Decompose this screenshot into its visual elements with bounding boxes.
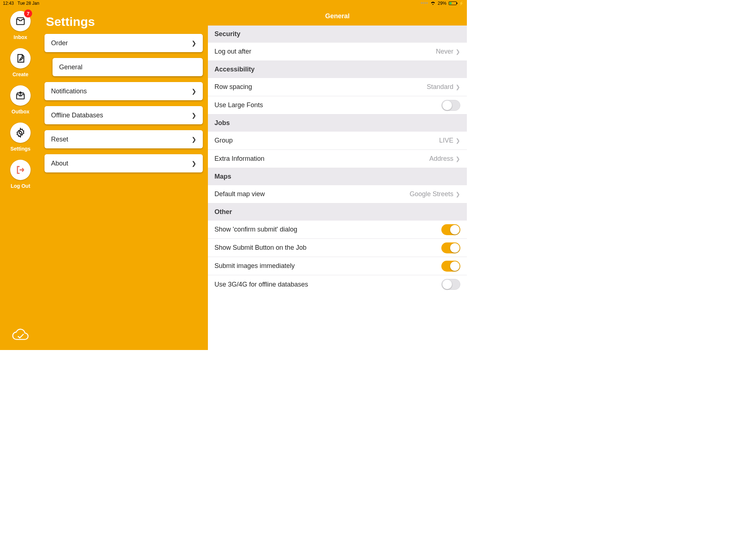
row-large-fonts: Use Large Fonts <box>208 96 467 114</box>
toggle-large-fonts[interactable] <box>441 100 460 111</box>
row-label: Row spacing <box>214 83 252 91</box>
section-security: Security <box>208 26 467 43</box>
row-value: LIVE <box>439 137 453 144</box>
row-value: Address <box>429 155 453 163</box>
gear-icon <box>15 128 26 138</box>
chevron-right-icon: ❯ <box>456 156 460 162</box>
row-use-3g4g: Use 3G/4G for offline databases <box>208 275 467 293</box>
settings-item-label: About <box>51 160 68 167</box>
outbox-icon <box>15 90 26 101</box>
section-maps: Maps <box>208 168 467 185</box>
row-label: Show 'confirm submit' dialog <box>214 226 297 233</box>
row-submit-button: Show Submit Button on the Job <box>208 239 467 257</box>
settings-title: Settings <box>46 15 203 29</box>
row-label: Group <box>214 137 233 144</box>
row-label: Submit images immediately <box>214 262 295 270</box>
signal-dots-icon: •••• <box>421 1 428 6</box>
nav-create[interactable]: Create <box>10 48 31 77</box>
battery-percent: 29% <box>438 1 446 6</box>
section-jobs: Jobs <box>208 114 467 132</box>
row-submit-images: Submit images immediately <box>208 257 467 275</box>
row-row-spacing[interactable]: Row spacing Standard❯ <box>208 78 467 96</box>
settings-item-label: General <box>59 63 82 71</box>
row-label: Use Large Fonts <box>214 101 263 109</box>
chevron-right-icon: ❯ <box>456 137 460 144</box>
cloud-sync-icon[interactable] <box>0 326 41 343</box>
row-label: Show Submit Button on the Job <box>214 244 306 252</box>
chevron-right-icon: ❯ <box>191 40 196 47</box>
detail-title: General <box>325 12 349 20</box>
status-bar: 12:43 Tue 28 Jan •••• 29% ⚡ <box>0 0 467 7</box>
row-value: Google Streets <box>410 190 453 198</box>
detail-header: General <box>208 7 467 26</box>
settings-item-label: Order <box>51 39 68 47</box>
logout-icon <box>15 165 26 175</box>
section-accessibility: Accessibility <box>208 61 467 78</box>
row-logout-after[interactable]: Log out after Never❯ <box>208 43 467 61</box>
toggle-use-3g4g[interactable] <box>441 279 460 290</box>
nav-rail: 7 Inbox Create Outbox Settings <box>0 7 41 350</box>
nav-outbox[interactable]: Outbox <box>10 85 31 114</box>
settings-item-notifications[interactable]: Notifications ❯ <box>44 82 203 100</box>
battery-icon <box>449 1 457 5</box>
chevron-right-icon: ❯ <box>191 112 196 119</box>
section-other: Other <box>208 203 467 221</box>
detail-pane: General Security Log out after Never❯ Ac… <box>208 7 467 350</box>
nav-inbox-label: Inbox <box>13 34 27 40</box>
row-extra-information[interactable]: Extra Information Address❯ <box>208 150 467 168</box>
chevron-right-icon: ❯ <box>191 136 196 143</box>
wifi-icon <box>430 1 436 6</box>
toggle-submit-button[interactable] <box>441 242 460 253</box>
inbox-icon <box>15 16 26 26</box>
row-value: Never <box>436 48 453 55</box>
toggle-submit-images[interactable] <box>441 261 460 272</box>
settings-item-offline-databases[interactable]: Offline Databases ❯ <box>44 106 203 124</box>
nav-settings[interactable]: Settings <box>10 122 31 152</box>
settings-item-about[interactable]: About ❯ <box>44 154 203 172</box>
chevron-right-icon: ❯ <box>191 160 196 167</box>
row-value: Standard <box>427 83 453 91</box>
row-default-map-view[interactable]: Default map view Google Streets❯ <box>208 185 467 203</box>
nav-outbox-label: Outbox <box>12 109 30 114</box>
chevron-right-icon: ❯ <box>456 84 460 90</box>
settings-item-general[interactable]: General <box>53 58 203 76</box>
settings-item-label: Reset <box>51 136 68 143</box>
status-date: Tue 28 Jan <box>18 1 39 6</box>
settings-item-label: Offline Databases <box>51 112 103 119</box>
row-confirm-submit: Show 'confirm submit' dialog <box>208 221 467 239</box>
status-time: 12:43 <box>3 1 14 6</box>
nav-logout[interactable]: Log Out <box>10 160 31 189</box>
toggle-confirm-submit[interactable] <box>441 224 460 235</box>
create-icon <box>15 53 26 63</box>
nav-logout-label: Log Out <box>11 183 30 189</box>
settings-column: Settings Order ❯ General Notifications ❯… <box>41 7 208 350</box>
inbox-badge: 7 <box>24 9 32 18</box>
row-label: Log out after <box>214 48 251 55</box>
charging-icon: ⚡ <box>459 1 464 6</box>
nav-settings-label: Settings <box>10 146 30 152</box>
chevron-right-icon: ❯ <box>191 88 196 95</box>
row-group[interactable]: Group LIVE❯ <box>208 132 467 150</box>
settings-item-order[interactable]: Order ❯ <box>44 34 203 52</box>
nav-inbox[interactable]: 7 Inbox <box>10 11 31 40</box>
row-label: Use 3G/4G for offline databases <box>214 281 308 288</box>
settings-item-reset[interactable]: Reset ❯ <box>44 130 203 148</box>
nav-create-label: Create <box>12 71 28 77</box>
row-label: Extra Information <box>214 155 264 163</box>
settings-item-label: Notifications <box>51 88 87 95</box>
chevron-right-icon: ❯ <box>456 191 460 198</box>
chevron-right-icon: ❯ <box>456 48 460 55</box>
svg-point-0 <box>19 132 22 134</box>
row-label: Default map view <box>214 190 265 198</box>
